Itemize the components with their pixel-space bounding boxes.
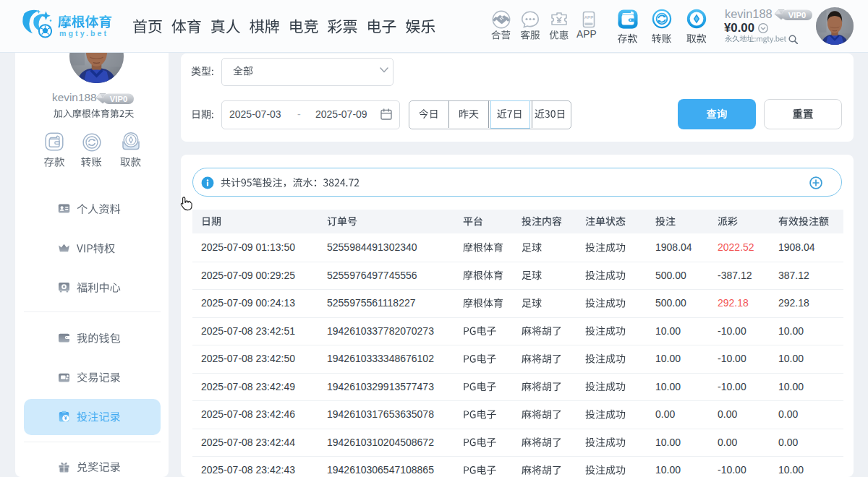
- svg-text:¥: ¥: [64, 416, 67, 421]
- svg-text:VIP0: VIP0: [110, 94, 127, 103]
- svg-text:APP: APP: [584, 14, 594, 20]
- svg-text:VIP0: VIP0: [788, 11, 806, 20]
